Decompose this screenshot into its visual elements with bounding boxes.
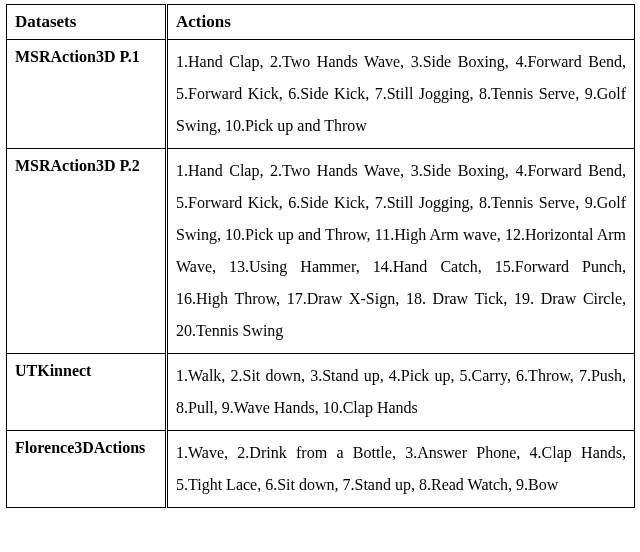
table-row: UTKinnect 1.Walk, 2.Sit down, 3.Stand up…: [7, 354, 635, 431]
dataset-actions-table: Datasets Actions MSRAction3D P.1 1.Hand …: [6, 4, 635, 508]
dataset-cell: MSRAction3D P.2: [7, 149, 167, 354]
actions-cell: 1.Hand Clap, 2.Two Hands Wave, 3.Side Bo…: [167, 149, 635, 354]
actions-cell: 1.Wave, 2.Drink from a Bottle, 3.Answer …: [167, 431, 635, 508]
table-row: MSRAction3D P.2 1.Hand Clap, 2.Two Hands…: [7, 149, 635, 354]
table-row: Florence3DActions 1.Wave, 2.Drink from a…: [7, 431, 635, 508]
actions-cell: 1.Walk, 2.Sit down, 3.Stand up, 4.Pick u…: [167, 354, 635, 431]
dataset-cell: UTKinnect: [7, 354, 167, 431]
table-row: MSRAction3D P.1 1.Hand Clap, 2.Two Hands…: [7, 40, 635, 149]
dataset-cell: MSRAction3D P.1: [7, 40, 167, 149]
actions-cell: 1.Hand Clap, 2.Two Hands Wave, 3.Side Bo…: [167, 40, 635, 149]
header-actions: Actions: [167, 5, 635, 40]
dataset-cell: Florence3DActions: [7, 431, 167, 508]
table-header-row: Datasets Actions: [7, 5, 635, 40]
header-datasets: Datasets: [7, 5, 167, 40]
